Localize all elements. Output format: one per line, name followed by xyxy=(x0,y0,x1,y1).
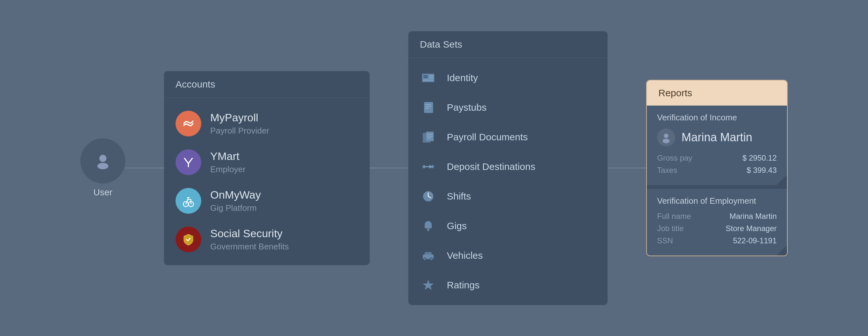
connector-user-accounts xyxy=(125,168,164,168)
account-name-socialsecurity: Social Security xyxy=(210,227,289,240)
gigs-icon xyxy=(420,218,437,234)
account-avatar-ymart xyxy=(176,149,201,175)
dataset-item-paystubs[interactable]: Paystubs xyxy=(408,93,608,122)
accounts-header: Accounts xyxy=(164,71,370,98)
svg-marker-31 xyxy=(423,280,434,290)
account-item-mypayroll[interactable]: MyPayroll Payroll Provider xyxy=(164,104,370,143)
taxes-value: $ 399.43 xyxy=(747,166,777,175)
ratings-icon xyxy=(420,277,437,293)
account-avatar-socialsecurity xyxy=(176,227,201,252)
job-title-value: Store Manager xyxy=(725,224,777,233)
dataset-label-shifts: Shifts xyxy=(447,191,471,202)
full-name-label: Full name xyxy=(657,212,691,221)
dataset-label-ratings: Ratings xyxy=(447,280,479,290)
onmyway-icon xyxy=(181,194,195,208)
gross-pay-label: Gross pay xyxy=(657,153,692,163)
svg-point-29 xyxy=(424,258,426,260)
account-info-onmyway: OnMyWay Gig Platform xyxy=(210,189,261,213)
person-name-income: Marina Martin xyxy=(682,131,752,144)
verification-income-title: Verification of Income xyxy=(657,113,777,122)
user-circle xyxy=(81,138,125,184)
dataset-item-vehicles[interactable]: Vehicles xyxy=(408,241,608,270)
ssn-label: SSN xyxy=(657,236,673,245)
account-list: MyPayroll Payroll Provider YMart Employe… xyxy=(164,98,370,265)
dataset-label-paystubs: Paystubs xyxy=(447,102,487,113)
svg-point-19 xyxy=(423,165,426,168)
account-name-ymart: YMart xyxy=(210,150,246,163)
account-type-onmyway: Gig Platform xyxy=(210,203,261,213)
svg-point-25 xyxy=(427,229,429,231)
account-item-socialsecurity[interactable]: Social Security Government Benefits xyxy=(164,220,370,259)
svg-point-33 xyxy=(662,139,670,143)
dataset-item-deposit-destinations[interactable]: Deposit Destinations xyxy=(408,152,608,181)
svg-point-32 xyxy=(664,134,669,138)
full-name-value: Marina Martin xyxy=(730,212,777,221)
dataset-item-payroll-documents[interactable]: Payroll Documents xyxy=(408,122,608,152)
svg-point-0 xyxy=(99,155,106,162)
user-icon xyxy=(94,152,112,170)
datasets-panel: Data Sets Identity xyxy=(408,31,608,305)
dataset-label-gigs: Gigs xyxy=(447,221,467,231)
svg-point-1 xyxy=(97,163,108,169)
report-person-income: Marina Martin xyxy=(657,129,777,146)
user-label: User xyxy=(93,187,112,198)
socialsecurity-icon xyxy=(181,232,195,247)
accounts-panel: Accounts MyPayroll Payroll Provider xyxy=(164,71,370,265)
connector-datasets-reports xyxy=(608,168,646,168)
datasets-header: Data Sets xyxy=(408,31,608,58)
svg-point-30 xyxy=(431,258,432,260)
connector-accounts-datasets xyxy=(370,168,408,168)
reports-header: Reports xyxy=(647,81,787,106)
dataset-item-ratings[interactable]: Ratings xyxy=(408,270,608,300)
account-item-onmyway[interactable]: OnMyWay Gig Platform xyxy=(164,181,370,220)
account-type-socialsecurity: Government Benefits xyxy=(210,242,289,252)
deposit-destinations-icon xyxy=(420,158,437,175)
taxes-row: Taxes $ 399.43 xyxy=(657,166,777,175)
svg-rect-10 xyxy=(424,102,433,113)
dataset-label-vehicles: Vehicles xyxy=(447,250,483,261)
account-avatar-onmyway xyxy=(176,188,201,214)
user-section: User xyxy=(81,138,125,198)
vehicles-icon xyxy=(420,247,437,264)
account-name-mypayroll: MyPayroll xyxy=(210,111,270,124)
person-avatar-income xyxy=(657,129,675,146)
full-name-row: Full name Marina Martin xyxy=(657,212,777,221)
dataset-label-payroll-documents: Payroll Documents xyxy=(447,132,528,143)
gross-pay-value: $ 2950.12 xyxy=(742,153,777,163)
person-icon-income xyxy=(660,132,672,143)
taxes-label: Taxes xyxy=(657,166,677,175)
main-layout: User Accounts MyPayroll Payroll Provider xyxy=(81,31,787,305)
account-info-ymart: YMart Employer xyxy=(210,150,246,174)
reports-panel: Reports Verification of Income Marina Ma… xyxy=(646,80,787,256)
svg-point-20 xyxy=(431,165,434,168)
verification-employment-title: Verification of Employment xyxy=(657,196,777,206)
mypayroll-icon xyxy=(181,116,195,131)
ymart-icon xyxy=(181,155,195,169)
dataset-list: Identity Paystubs xyxy=(408,58,608,305)
account-type-mypayroll: Payroll Provider xyxy=(210,126,270,136)
dataset-label-identity: Identity xyxy=(447,73,478,83)
job-title-label: Job title xyxy=(657,224,684,233)
account-avatar-mypayroll xyxy=(176,111,201,137)
dataset-item-gigs[interactable]: Gigs xyxy=(408,211,608,241)
identity-icon xyxy=(420,69,437,86)
gross-pay-row: Gross pay $ 2950.12 xyxy=(657,153,777,163)
account-info-mypayroll: MyPayroll Payroll Provider xyxy=(210,111,270,136)
dataset-item-shifts[interactable]: Shifts xyxy=(408,181,608,211)
svg-rect-6 xyxy=(424,75,428,78)
verification-employment-section: Verification of Employment Full name Mar… xyxy=(647,189,787,255)
report-divider xyxy=(647,185,787,189)
paystubs-icon xyxy=(420,99,437,116)
dataset-item-identity[interactable]: Identity xyxy=(408,63,608,93)
dataset-label-deposit-destinations: Deposit Destinations xyxy=(447,161,535,172)
ssn-row: SSN 522-09-1191 xyxy=(657,236,777,245)
account-type-ymart: Employer xyxy=(210,165,246,174)
payroll-documents-icon xyxy=(420,129,437,145)
account-info-socialsecurity: Social Security Government Benefits xyxy=(210,227,289,252)
account-name-onmyway: OnMyWay xyxy=(210,189,261,201)
verification-income-section: Verification of Income Marina Martin Gro… xyxy=(647,106,787,185)
job-title-row: Job title Store Manager xyxy=(657,224,777,233)
ssn-value: 522-09-1191 xyxy=(733,236,777,245)
account-item-ymart[interactable]: YMart Employer xyxy=(164,143,370,181)
shifts-icon xyxy=(420,188,437,205)
